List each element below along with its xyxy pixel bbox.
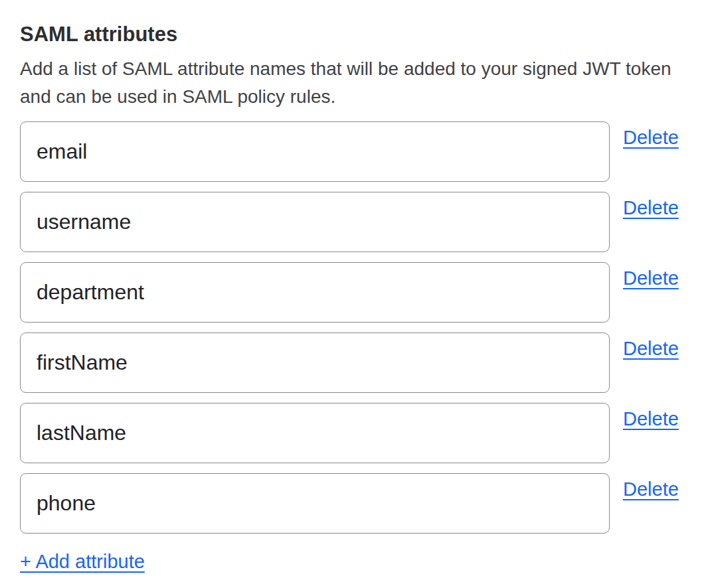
attribute-list: Delete Delete Delete Delete Delete Delet… [20,121,679,534]
delete-link[interactable]: Delete [623,267,679,289]
attribute-input[interactable] [20,192,610,252]
attribute-input[interactable] [20,121,610,182]
delete-link[interactable]: Delete [623,408,679,430]
delete-link[interactable]: Delete [623,478,679,500]
attribute-row: Delete [20,121,679,182]
attribute-input[interactable] [20,332,610,393]
attribute-row: Delete [20,403,679,463]
attribute-row: Delete [20,262,679,323]
section-description: Add a list of SAML attribute names that … [20,55,679,111]
attribute-row: Delete [20,192,679,252]
delete-link[interactable]: Delete [623,338,679,360]
delete-link[interactable]: Delete [623,127,679,149]
attribute-input[interactable] [20,403,610,463]
page-title: SAML attributes [20,22,679,46]
attribute-row: Delete [20,473,679,534]
add-attribute-link[interactable]: + Add attribute [20,550,145,573]
description-line-1: Add a list of SAML attribute names that … [20,58,671,79]
attribute-input[interactable] [20,473,610,534]
attribute-input[interactable] [20,262,610,323]
attribute-row: Delete [20,332,679,393]
description-line-2: and can be used in SAML policy rules. [20,86,335,107]
delete-link[interactable]: Delete [623,197,679,219]
